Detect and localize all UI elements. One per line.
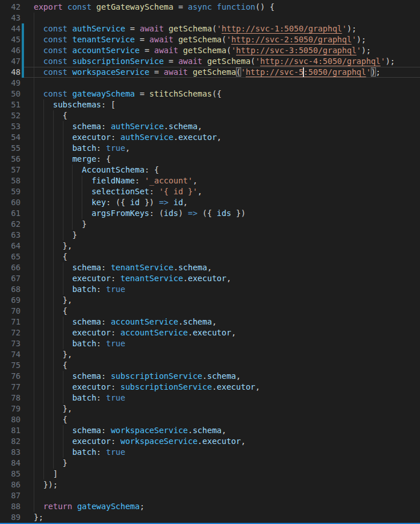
gutter-decorations[interactable]: [21, 67, 34, 78]
gutter-decorations[interactable]: [21, 197, 34, 208]
line-number[interactable]: 56: [0, 154, 21, 165]
line-number[interactable]: 80: [0, 414, 21, 425]
gutter-decorations[interactable]: [21, 414, 34, 425]
code-line-content[interactable]: batch: true: [34, 393, 420, 403]
line-number[interactable]: 61: [0, 208, 21, 219]
code-line-content[interactable]: schema: subscriptionService.schema,: [34, 371, 420, 382]
line-number[interactable]: 51: [0, 99, 21, 110]
gutter-decorations[interactable]: [21, 208, 34, 219]
code-line-content[interactable]: return gatewaySchema;: [34, 501, 420, 512]
line-number[interactable]: 53: [0, 121, 21, 132]
gutter-decorations[interactable]: [21, 154, 34, 165]
line-number[interactable]: 68: [0, 284, 21, 295]
code-line-content[interactable]: const workspaceService = await getSchema…: [34, 67, 420, 78]
gutter-decorations[interactable]: [21, 110, 34, 121]
gutter-decorations[interactable]: [21, 56, 34, 67]
code-line-content[interactable]: });: [34, 479, 420, 490]
code-line-content[interactable]: [34, 490, 420, 501]
line-number[interactable]: 49: [0, 78, 21, 89]
line-number[interactable]: 82: [0, 436, 21, 447]
gutter-decorations[interactable]: [21, 436, 34, 447]
line-number[interactable]: 85: [0, 469, 21, 479]
code-line-content[interactable]: }: [34, 458, 420, 469]
gutter-decorations[interactable]: [21, 99, 34, 110]
line-number[interactable]: 52: [0, 110, 21, 121]
code-line-content[interactable]: schema: tenantService.schema,: [34, 262, 420, 273]
gutter-decorations[interactable]: [21, 13, 34, 23]
code-line-content[interactable]: fieldName: '_account',: [34, 175, 420, 186]
code-line-content[interactable]: export const getGatewaySchema = async fu…: [34, 2, 420, 13]
code-line-content[interactable]: executor: workspaceService.executor,: [34, 436, 420, 447]
gutter-decorations[interactable]: [21, 45, 34, 56]
gutter-decorations[interactable]: [21, 284, 34, 295]
gutter-decorations[interactable]: [21, 338, 34, 349]
gutter-decorations[interactable]: [21, 2, 34, 13]
line-number[interactable]: 50: [0, 89, 21, 99]
gutter-decorations[interactable]: [21, 295, 34, 306]
gutter-decorations[interactable]: [21, 186, 34, 197]
code-line-content[interactable]: }: [34, 219, 420, 230]
code-line-content[interactable]: [34, 78, 420, 89]
line-number[interactable]: 59: [0, 186, 21, 197]
code-line-content[interactable]: batch: true: [34, 447, 420, 458]
gutter-decorations[interactable]: [21, 349, 34, 360]
gutter-decorations[interactable]: [21, 132, 34, 143]
gutter-decorations[interactable]: [21, 23, 34, 34]
gutter-decorations[interactable]: [21, 251, 34, 262]
gutter-decorations[interactable]: [21, 403, 34, 414]
line-number[interactable]: 87: [0, 490, 21, 501]
gutter-decorations[interactable]: [21, 479, 34, 490]
code-line-content[interactable]: executor: tenantService.executor,: [34, 273, 420, 284]
code-line-content[interactable]: const authService = await getSchema('htt…: [34, 23, 420, 34]
code-line-content[interactable]: {: [34, 414, 420, 425]
gutter-decorations[interactable]: [21, 393, 34, 403]
code-line-content[interactable]: },: [34, 241, 420, 251]
line-number[interactable]: 65: [0, 251, 21, 262]
code-line-content[interactable]: key: ({ id }) => id,: [34, 197, 420, 208]
code-line-content[interactable]: executor: subscriptionService.executor,: [34, 382, 420, 393]
code-line-content[interactable]: {: [34, 110, 420, 121]
line-number[interactable]: 47: [0, 56, 21, 67]
line-number[interactable]: 75: [0, 360, 21, 371]
line-number[interactable]: 78: [0, 393, 21, 403]
code-line-content[interactable]: {: [34, 251, 420, 262]
line-number[interactable]: 64: [0, 241, 21, 251]
code-line-content[interactable]: schema: workspaceService.schema,: [34, 425, 420, 436]
line-number[interactable]: 74: [0, 349, 21, 360]
line-number[interactable]: 88: [0, 501, 21, 512]
code-line-content[interactable]: const accountService = await getSchema('…: [34, 45, 420, 56]
gutter-decorations[interactable]: [21, 512, 34, 523]
gutter-decorations[interactable]: [21, 262, 34, 273]
gutter-decorations[interactable]: [21, 273, 34, 284]
line-number[interactable]: 46: [0, 45, 21, 56]
line-number[interactable]: 43: [0, 13, 21, 23]
code-line-content[interactable]: batch: true,: [34, 143, 420, 154]
gutter-decorations[interactable]: [21, 241, 34, 251]
code-line-content[interactable]: schema: authService.schema,: [34, 121, 420, 132]
code-line-content[interactable]: }: [34, 230, 420, 241]
gutter-decorations[interactable]: [21, 447, 34, 458]
gutter-decorations[interactable]: [21, 360, 34, 371]
gutter-decorations[interactable]: [21, 121, 34, 132]
code-line-content[interactable]: batch: true: [34, 338, 420, 349]
gutter-decorations[interactable]: [21, 230, 34, 241]
line-number[interactable]: 58: [0, 175, 21, 186]
gutter-decorations[interactable]: [21, 469, 34, 479]
line-number[interactable]: 86: [0, 479, 21, 490]
line-number[interactable]: 89: [0, 512, 21, 523]
line-number[interactable]: 83: [0, 447, 21, 458]
code-line-content[interactable]: argsFromKeys: (ids) => ({ ids }): [34, 208, 420, 219]
line-number[interactable]: 44: [0, 23, 21, 34]
code-line-content[interactable]: subschemas: [: [34, 99, 420, 110]
gutter-decorations[interactable]: [21, 382, 34, 393]
line-number[interactable]: 84: [0, 458, 21, 469]
line-number[interactable]: 73: [0, 338, 21, 349]
line-number[interactable]: 69: [0, 295, 21, 306]
gutter-decorations[interactable]: [21, 371, 34, 382]
gutter-decorations[interactable]: [21, 317, 34, 327]
code-line-content[interactable]: merge: {: [34, 154, 420, 165]
gutter-decorations[interactable]: [21, 501, 34, 512]
code-line-content[interactable]: executor: accountService.executor,: [34, 327, 420, 338]
line-number[interactable]: 60: [0, 197, 21, 208]
gutter-decorations[interactable]: [21, 89, 34, 99]
